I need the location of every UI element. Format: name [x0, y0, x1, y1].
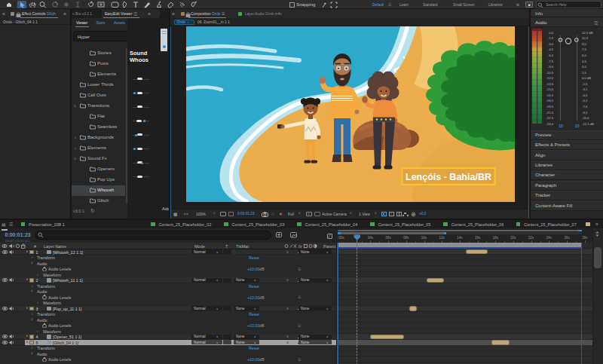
svg-text:Lençóis - Bahia/BR: Lençóis - Bahia/BR — [406, 172, 491, 182]
svg-text:fx: fx — [298, 244, 303, 249]
